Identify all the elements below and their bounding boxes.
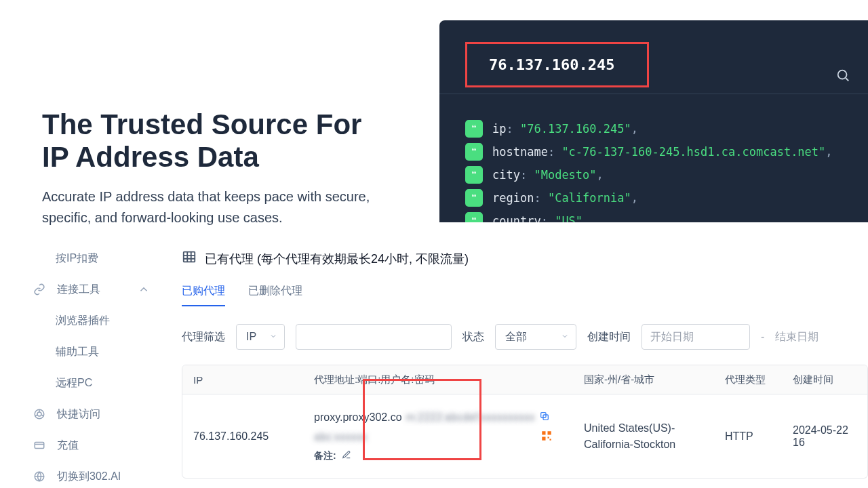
kv-key: city <box>492 168 520 182</box>
hero-text-block: The Trusted Source For IP Address Data A… <box>42 108 395 228</box>
qr-icon[interactable] <box>540 430 553 445</box>
th-addr: 代理地址:端口:用户名:密码 <box>303 373 573 386</box>
cell-location: United States(US)-California-Stockton <box>573 420 714 453</box>
sidebar: 按IP扣费 连接工具 浏览器插件 辅助工具 远程PC 快捷访问 充值 切换到30… <box>0 237 176 488</box>
svg-rect-12 <box>550 439 551 440</box>
th-location: 国家-州/省-城市 <box>573 373 714 386</box>
copy-icon[interactable] <box>539 411 550 424</box>
kv-row: ❝ city: "Modesto", <box>465 163 868 186</box>
status-select[interactable]: 全部 <box>495 324 576 350</box>
sidebar-item-connect-tools[interactable]: 连接工具 <box>0 274 176 305</box>
kv-key: ip <box>492 122 506 136</box>
svg-point-0 <box>838 70 847 79</box>
filter-type-select[interactable]: IP <box>236 324 285 350</box>
tab-deleted[interactable]: 已删除代理 <box>248 284 302 306</box>
sidebar-item-label: 远程PC <box>56 376 92 390</box>
hero-title: The Trusted Source For IP Address Data <box>42 108 395 174</box>
kv-row: ❝ region: "California", <box>465 186 868 209</box>
svg-rect-5 <box>184 252 195 262</box>
table-header: IP 代理地址:端口:用户名:密码 国家-州/省-城市 代理类型 创建时间 <box>182 365 867 394</box>
addr-visible: proxy.proxy302.co <box>314 411 402 424</box>
sidebar-item-aux-tools[interactable]: 辅助工具 <box>0 336 176 367</box>
kv-row: ❝ hostname: "c-76-137-160-245.hsd1.ca.co… <box>465 140 868 163</box>
edit-icon[interactable] <box>342 450 351 462</box>
remark-row: 备注: <box>314 450 562 462</box>
quote-icon: ❝ <box>465 120 483 138</box>
sidebar-item-label: 浏览器插件 <box>56 314 110 328</box>
kv-key: country <box>492 214 541 222</box>
tabs: 已购代理 已删除代理 <box>182 284 868 306</box>
quote-icon: ❝ <box>465 212 483 222</box>
chevron-down-icon <box>561 331 569 343</box>
addr-masked: m:2222:abcdef:xxxxxxxxxx <box>406 411 535 424</box>
addr-line2: abc:xxxxxx <box>314 430 562 445</box>
placeholder: 开始日期 <box>650 330 694 344</box>
sidebar-item-label: 按IP扣费 <box>56 251 98 266</box>
svg-rect-10 <box>542 436 545 440</box>
svg-rect-11 <box>548 436 549 438</box>
remark-label: 备注: <box>314 450 336 462</box>
sidebar-item-switch-ai[interactable]: 切换到302.AI <box>0 461 176 488</box>
create-time-label: 创建时间 <box>587 330 631 344</box>
kv-row: ❝ country: "US", <box>465 209 868 222</box>
chrome-icon <box>33 408 46 420</box>
ip-lookup-input-value[interactable]: 76.137.160.245 <box>489 56 614 73</box>
addr-masked: abc:xxxxxx <box>314 431 367 443</box>
sidebar-item-label: 快捷访问 <box>57 407 100 422</box>
th-time: 创建时间 <box>782 373 867 386</box>
sidebar-item-browser-ext[interactable]: 浏览器插件 <box>0 305 176 336</box>
sidebar-item-label: 切换到302.AI <box>57 470 121 484</box>
sidebar-item-recharge[interactable]: 充值 <box>0 430 176 461</box>
select-value: 全部 <box>505 330 527 344</box>
sidebar-item-quick-access[interactable]: 快捷访问 <box>0 399 176 430</box>
ip-json-output: ❝ ip: "76.137.160.245", ❝ hostname: "c-7… <box>465 117 868 222</box>
kv-val: "76.137.160.245" <box>520 122 631 136</box>
proxy-dashboard: 按IP扣费 连接工具 浏览器插件 辅助工具 远程PC 快捷访问 充值 切换到30… <box>0 237 868 488</box>
card-icon <box>33 439 46 451</box>
kv-val: "California" <box>548 191 631 205</box>
kv-row: ❝ ip: "76.137.160.245", <box>465 117 868 140</box>
cell-ip: 76.137.160.245 <box>182 430 303 443</box>
proxy-table: IP 代理地址:端口:用户名:密码 国家-州/省-城市 代理类型 创建时间 76… <box>182 365 868 479</box>
link-icon <box>33 283 46 296</box>
end-date-input[interactable]: 结束日期 <box>775 330 818 344</box>
globe-icon <box>33 470 46 483</box>
date-range-dash: - <box>761 331 764 343</box>
select-value: IP <box>246 331 256 343</box>
chevron-up-icon <box>137 283 151 296</box>
filter-search-input[interactable] <box>296 324 452 350</box>
cell-type: HTTP <box>714 430 782 443</box>
filter-label: 代理筛选 <box>182 330 225 344</box>
sidebar-item-remote-pc[interactable]: 远程PC <box>0 367 176 399</box>
kv-val: "US" <box>555 214 583 222</box>
table-icon <box>182 249 197 268</box>
quote-icon: ❝ <box>465 166 483 184</box>
kv-val: "c-76-137-160-245.hsd1.ca.comcast.net" <box>561 145 825 159</box>
quote-icon: ❝ <box>465 143 483 161</box>
kv-key: hostname <box>492 145 548 159</box>
th-ip: IP <box>182 374 303 386</box>
table-row: 76.137.160.245 proxy.proxy302.com:2222:a… <box>182 394 867 478</box>
addr-line1: proxy.proxy302.com:2222:abcdef:xxxxxxxxx… <box>314 411 562 424</box>
sidebar-item-label: 辅助工具 <box>56 345 99 359</box>
sidebar-item-label: 充值 <box>57 439 79 453</box>
sidebar-item-ip-billing[interactable]: 按IP扣费 <box>0 243 176 274</box>
status-label: 状态 <box>462 330 484 344</box>
svg-rect-3 <box>35 443 44 449</box>
kv-key: region <box>492 191 534 205</box>
hero-section: The Trusted Source For IP Address Data A… <box>0 0 868 222</box>
filter-bar: 代理筛选 IP 状态 全部 创建时间 开始日期 - 结束日期 <box>182 324 868 350</box>
ip-highlight-box: 76.137.160.245 <box>465 42 649 87</box>
cell-addr: proxy.proxy302.com:2222:abcdef:xxxxxxxxx… <box>303 399 573 474</box>
tab-purchased[interactable]: 已购代理 <box>182 284 225 306</box>
quote-icon: ❝ <box>465 189 483 207</box>
panel-title: 已有代理 (每个代理有效期最长24小时, 不限流量) <box>205 251 469 267</box>
sidebar-item-label: 连接工具 <box>57 283 100 297</box>
svg-rect-8 <box>542 431 545 434</box>
search-icon[interactable] <box>835 68 850 85</box>
start-date-input[interactable]: 开始日期 <box>642 324 750 350</box>
hero-subtitle: Accurate IP address data that keeps pace… <box>42 186 395 228</box>
panel-title-row: 已有代理 (每个代理有效期最长24小时, 不限流量) <box>182 249 868 268</box>
th-type: 代理类型 <box>714 373 782 386</box>
kv-val: "Modesto" <box>534 168 596 182</box>
